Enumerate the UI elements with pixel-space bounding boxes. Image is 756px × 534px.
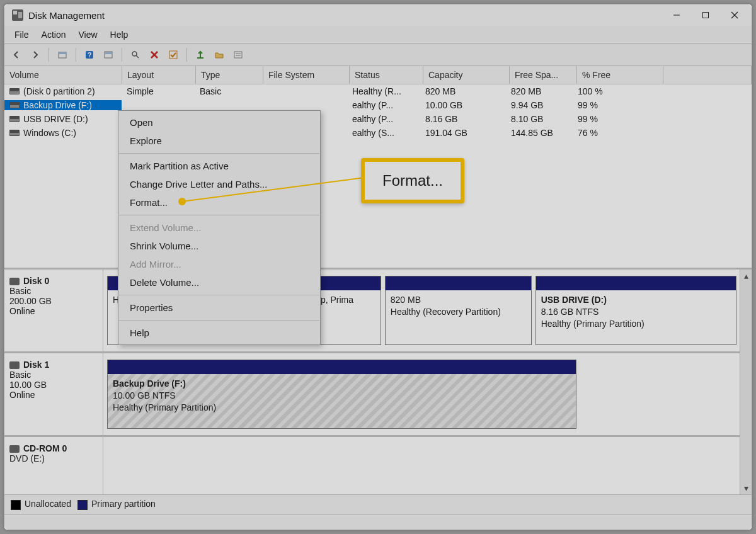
disk-partitions [103,437,740,494]
disk-label[interactable]: Disk 0Basic200.00 GBOnline [4,270,103,351]
volume-list-header: Volume Layout Type File System Status Ca… [4,66,752,84]
volume-icon [9,116,20,122]
col-pctfree[interactable]: % Free [577,66,663,84]
volume-cell: Windows (C:) [4,128,122,138]
partition[interactable]: USB DRIVE (D:)8.16 GB NTFSHealthy (Prima… [536,276,736,345]
col-filesystem[interactable]: File System [263,66,350,84]
partition-header-bar [386,276,531,290]
search-icon[interactable] [127,47,144,63]
callout-dot [178,198,186,205]
col-layout[interactable]: Layout [122,66,196,84]
menu-action[interactable]: Action [35,28,72,42]
delete-icon[interactable] [146,47,163,63]
volume-cell: 9.94 GB [506,100,573,110]
disk-row: Disk 0Basic200.00 GBOnlineHealthy (Syste… [4,270,740,353]
menu-help[interactable]: Help [104,28,135,42]
volume-cell: 8.10 GB [506,114,573,124]
context-menu: OpenExploreMark Partition as ActiveChang… [118,110,321,345]
context-menu-separator [119,153,319,154]
volume-cell: Basic [195,86,261,96]
volume-row[interactable]: (Disk 0 partition 2)SimpleBasicHealthy (… [4,84,752,98]
context-menu-item: Extend Volume... [118,219,320,237]
col-free[interactable]: Free Spa... [510,66,577,84]
col-status[interactable]: Status [350,66,423,84]
disk-icon [9,445,20,453]
volume-icon [9,88,20,94]
col-spacer [663,66,752,84]
volume-row[interactable]: Windows (C:)ealthy (S...191.04 GB144.85 … [4,126,752,140]
scroll-up-icon[interactable]: ▴ [740,270,752,282]
partition[interactable]: Backup Drive (F:)10.00 GB NTFSHealthy (P… [107,360,576,429]
callout-format: Format... [361,158,464,203]
context-menu-item[interactable]: Help [118,324,320,342]
svg-rect-5 [59,52,66,54]
volume-cell: 76 % [573,128,658,138]
context-menu-item: Add Mirror... [118,255,320,273]
context-menu-separator [119,215,319,215]
settings-icon[interactable] [100,47,117,63]
disk-label[interactable]: Disk 1Basic10.00 GBOnline [4,353,103,435]
col-type[interactable]: Type [196,66,263,84]
export-icon[interactable] [192,47,209,63]
disk-partitions: Backup Drive (F:)10.00 GB NTFSHealthy (P… [103,353,740,435]
maximize-button[interactable] [691,5,720,25]
status-bar [4,514,752,530]
scroll-down-icon[interactable]: ▾ [740,482,752,494]
menu-file[interactable]: File [8,28,35,42]
volume-row[interactable]: Backup Drive (F:)ealthy (P...10.00 GB9.9… [4,98,752,112]
toolbar: ? [4,44,752,66]
volume-cell: 144.85 GB [506,128,573,138]
volume-cell: (Disk 0 partition 2) [4,86,122,96]
context-menu-item[interactable]: Explore [118,132,320,150]
volume-cell: Backup Drive (F:) [4,100,122,110]
svg-rect-14 [169,51,177,59]
disk-label[interactable]: CD-ROM 0DVD (E:) [4,437,103,494]
properties-icon[interactable] [230,47,246,63]
forward-icon[interactable] [27,47,43,63]
partition-info: USB DRIVE (D:)8.16 GB NTFSHealthy (Prima… [536,290,736,334]
volume-cell: ealthy (P... [347,114,420,124]
help-icon[interactable]: ? [81,47,98,63]
volume-cell: USB DRIVE (D:) [4,114,122,124]
context-menu-item[interactable]: Mark Partition as Active [118,157,320,175]
context-menu-item[interactable]: Shrink Volume... [118,237,320,255]
context-menu-item[interactable]: Properties [118,298,320,317]
back-icon[interactable] [8,47,25,63]
disk-map: Disk 0Basic200.00 GBOnlineHealthy (Syste… [4,270,752,494]
volume-cell: Healthy (R... [347,86,420,96]
volume-icon [9,130,20,136]
vertical-scrollbar[interactable]: ▴ ▾ [740,270,752,494]
partition-header-bar [108,360,576,374]
volume-cell: ealthy (S... [347,128,420,138]
volume-cell: ealthy (P... [347,100,420,110]
check-icon[interactable] [165,47,181,63]
volume-cell: Simple [122,86,195,96]
menu-view[interactable]: View [72,28,103,42]
context-menu-item[interactable]: Open [118,113,320,132]
svg-rect-1 [703,13,709,18]
volume-row[interactable]: USB DRIVE (D:)ealthy (P...8.16 GB8.10 GB… [4,112,752,126]
col-volume[interactable]: Volume [4,66,122,84]
volume-cell: 8.16 GB [420,114,506,124]
context-menu-item[interactable]: Delete Volume... [118,273,320,292]
context-menu-separator [119,320,319,321]
minimize-button[interactable] [662,5,691,25]
volume-cell: 99 % [573,100,658,110]
close-button[interactable] [720,5,749,25]
partition-info: Backup Drive (F:)10.00 GB NTFSHealthy (P… [108,374,576,418]
col-capacity[interactable]: Capacity [423,66,510,84]
volume-cell: 820 MB [506,86,573,96]
volume-cell: 99 % [573,114,658,124]
partition-header-bar [536,276,736,290]
volume-cell: 820 MB [420,86,506,96]
legend-primary: Primary partition [77,499,156,509]
context-menu-item[interactable]: Change Drive Letter and Paths... [118,175,320,193]
partition[interactable]: 820 MBHealthy (Recovery Partition) [385,276,532,345]
window-title: Disk Management [28,10,105,21]
folder-icon[interactable] [211,47,227,63]
volume-icon [9,102,20,108]
callout-text: Format... [382,172,443,189]
up-icon[interactable] [54,47,71,63]
svg-text:?: ? [88,51,92,59]
menu-bar: File Action View Help [4,26,752,44]
